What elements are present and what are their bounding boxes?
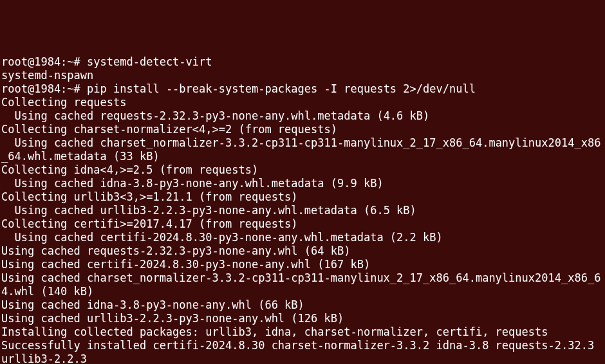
output-line: Using cached idna-3.8-py3-none-any.whl.m… (1, 177, 604, 190)
output-line: Using cached requests-2.32.3-py3-none-an… (1, 244, 604, 258)
output-line: Installing collected packages: urllib3, … (1, 325, 604, 339)
output-line: Collecting idna<4,>=2.5 (from requests) (1, 163, 604, 177)
shell-prompt: root@1984:~# (1, 55, 87, 68)
command-line: root@1984:~# pip install --break-system-… (1, 82, 604, 96)
output-line: systemd-nspawn (1, 69, 604, 82)
output-line: Using cached certifi-2024.8.30-py3-none-… (1, 231, 604, 244)
output-line: Using cached certifi-2024.8.30-py3-none-… (1, 258, 604, 271)
output-line: Collecting requests (1, 96, 604, 109)
output-line: Using cached idna-3.8-py3-none-any.whl (… (1, 298, 604, 312)
shell-prompt: root@1984:~# (1, 82, 87, 95)
output-line: Using cached charset_normalizer-3.3.2-cp… (1, 271, 604, 298)
command-line: root@1984:~# systemd-detect-virt (1, 55, 604, 69)
output-line: Using cached urllib3-2.2.3-py3-none-any.… (1, 312, 604, 325)
output-line: Collecting urllib3<3,>=1.21.1 (from requ… (1, 190, 604, 204)
output-line: Collecting charset-normalizer<4,>=2 (fro… (1, 123, 604, 136)
output-line: Successfully installed certifi-2024.8.30… (1, 339, 604, 364)
output-line: Using cached requests-2.32.3-py3-none-an… (1, 109, 604, 123)
output-line: Using cached charset_normalizer-3.3.2-cp… (1, 136, 604, 163)
command-text: systemd-detect-virt (87, 55, 212, 68)
command-text: pip install --break-system-packages -I r… (87, 82, 476, 95)
output-line: Collecting certifi>=2017.4.17 (from requ… (1, 217, 604, 231)
output-line: Using cached urllib3-2.2.3-py3-none-any.… (1, 204, 604, 217)
terminal-output[interactable]: root@1984:~# systemd-detect-virtsystemd-… (1, 55, 604, 364)
